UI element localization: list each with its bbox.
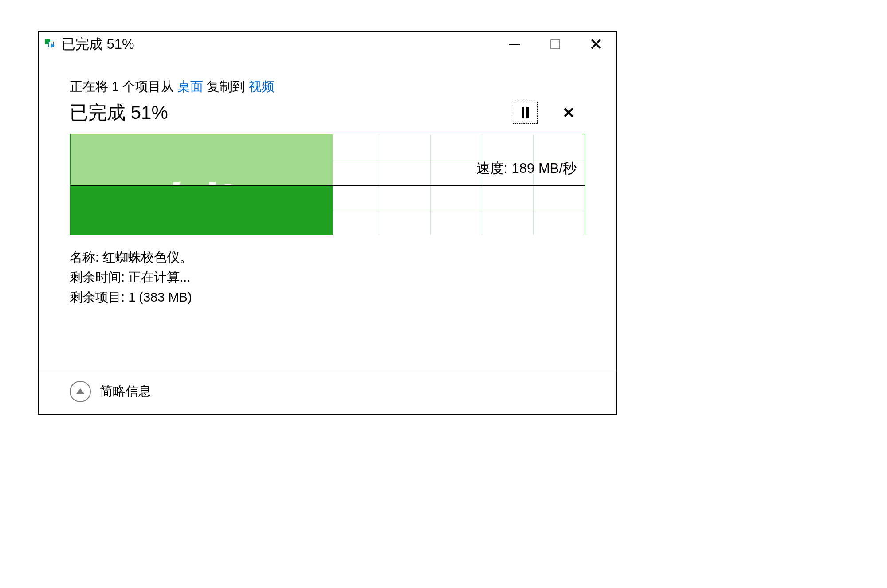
copy-middle: 复制到 <box>203 79 249 94</box>
toggle-details-button[interactable] <box>70 381 91 402</box>
file-copy-dialog: 已完成 51% ✕ 正在将 1 个项目从 桌面 复制到 视频 已完成 51% ✕ <box>38 31 617 415</box>
toggle-details-label: 简略信息 <box>100 383 151 400</box>
window-controls: ✕ <box>494 32 616 57</box>
minimize-icon <box>509 44 520 45</box>
copy-prefix: 正在将 1 个项目从 <box>70 79 177 94</box>
pause-button[interactable] <box>513 102 538 124</box>
title-bar[interactable]: 已完成 51% ✕ <box>39 32 616 57</box>
detail-name: 名称: 红蜘蛛校色仪。 <box>70 247 585 267</box>
graph-progress-fill-upper <box>71 134 333 185</box>
detail-time-remaining: 剩余时间: 正在计算... <box>70 267 585 287</box>
maximize-icon <box>550 39 560 49</box>
detail-items-remaining: 剩余项目: 1 (383 MB) <box>70 287 585 307</box>
copy-progress-icon <box>45 38 57 51</box>
maximize-button[interactable] <box>535 32 576 57</box>
close-button[interactable]: ✕ <box>576 32 616 57</box>
progress-actions: ✕ <box>513 102 585 124</box>
dialog-content: 正在将 1 个项目从 桌面 复制到 视频 已完成 51% ✕ <box>39 57 616 358</box>
pause-icon <box>526 107 529 118</box>
progress-percent-text: 已完成 51% <box>70 100 168 125</box>
destination-folder-link[interactable]: 视频 <box>249 79 275 94</box>
close-icon: ✕ <box>589 36 603 53</box>
source-folder-link[interactable]: 桌面 <box>177 79 203 94</box>
speed-label: 速度: 189 MB/秒 <box>476 159 577 178</box>
dialog-footer: 简略信息 <box>39 371 616 414</box>
current-speed-line <box>71 185 585 186</box>
speed-graph: 速度: 189 MB/秒 <box>70 134 585 235</box>
progress-header: 已完成 51% ✕ <box>70 100 585 125</box>
cancel-icon: ✕ <box>562 104 575 122</box>
cancel-button[interactable]: ✕ <box>556 102 581 124</box>
transfer-details: 名称: 红蜘蛛校色仪。 剩余时间: 正在计算... 剩余项目: 1 (383 M… <box>70 247 585 307</box>
pause-icon <box>522 107 524 118</box>
minimize-button[interactable] <box>494 32 535 57</box>
copy-description: 正在将 1 个项目从 桌面 复制到 视频 <box>70 78 585 96</box>
chevron-up-icon <box>76 388 84 394</box>
window-title: 已完成 51% <box>62 35 134 54</box>
graph-progress-fill-lower <box>71 185 333 235</box>
